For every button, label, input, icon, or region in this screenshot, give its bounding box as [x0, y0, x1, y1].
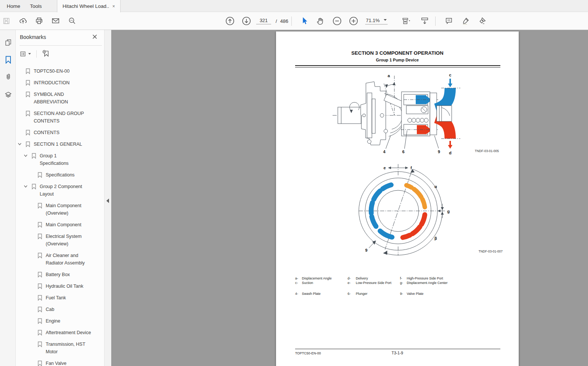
hand-tool-button[interactable] — [315, 15, 326, 27]
bookmark-item-label: Fuel Tank — [46, 294, 66, 302]
share-button[interactable] — [17, 15, 28, 27]
bookmark-item-label: Group 2 Component Layout — [40, 183, 87, 198]
tab-home[interactable]: Home — [1, 0, 25, 12]
envelope-icon — [51, 16, 60, 25]
paperclip-icon — [4, 73, 12, 81]
bookmark-item-label: SECTION AND GROUP CONTENTS — [34, 110, 96, 125]
legend-label: Delivery — [356, 276, 368, 280]
layers-button[interactable] — [4, 90, 13, 99]
bookmark-icon — [37, 222, 42, 228]
zoom-level-dropdown[interactable]: 71.1% — [365, 17, 388, 24]
zoom-in-button[interactable] — [348, 15, 359, 27]
bookmark-options-button[interactable] — [19, 51, 31, 57]
page-up-icon — [225, 16, 235, 26]
legend-label: Low-Pressure Side Port — [356, 281, 391, 285]
scroll-mode-button[interactable] — [419, 15, 430, 27]
next-page-button[interactable] — [241, 15, 252, 27]
bookmark-item[interactable]: Hydraulic Oil Tank — [16, 280, 96, 292]
bookmark-item[interactable]: Battery Box — [16, 269, 96, 280]
bookmark-item-label: Fan Valve — [46, 360, 66, 366]
fill-sign-pen-icon — [478, 16, 487, 25]
bookmark-item-label: Group 1 Specifications — [40, 152, 87, 167]
pdf-footer-page-code: T3-1-9 — [276, 351, 519, 355]
bookmark-item[interactable]: Fuel Tank — [16, 292, 96, 303]
bookmark-icon — [37, 203, 42, 209]
legend-key: a- — [295, 276, 298, 280]
fig1-label-4: 4 — [383, 149, 386, 154]
highlighter-icon — [461, 16, 470, 25]
zoom-in-icon — [349, 16, 358, 26]
chevron-down-icon[interactable] — [24, 154, 28, 158]
fill-sign-button[interactable] — [476, 15, 488, 27]
bookmark-item[interactable]: Transmission, HST Motor — [16, 338, 96, 357]
navigation-rail — [0, 30, 16, 366]
bookmark-icon — [25, 111, 30, 117]
bookmark-item[interactable]: Group 1 Specifications — [16, 150, 96, 169]
tab-close-icon[interactable]: × — [112, 4, 115, 9]
bookmark-item-label: Specifications — [46, 171, 75, 179]
bookmark-item[interactable]: SYMBOL AND ABBREVIATION — [16, 88, 96, 108]
bookmark-item[interactable]: CONTENTS — [16, 127, 96, 138]
chevron-down-icon — [384, 19, 387, 21]
comment-button[interactable] — [443, 15, 454, 27]
collapse-panel-arrow-icon[interactable] — [106, 199, 109, 203]
find-button[interactable] — [66, 15, 78, 27]
search-icon — [68, 16, 76, 25]
document-tab-title: Hitachi Wheel Load... — [63, 3, 109, 9]
panel-divider — [19, 45, 102, 46]
new-bookmark-button[interactable] — [42, 49, 50, 59]
bookmark-item[interactable]: Cab — [16, 303, 96, 315]
email-button[interactable] — [50, 15, 61, 27]
pointer-icon — [300, 16, 309, 25]
tab-tools[interactable]: Tools — [25, 0, 47, 12]
select-tool-button[interactable] — [299, 15, 310, 27]
close-icon — [92, 34, 97, 39]
bookmark-icon — [31, 153, 36, 159]
bookmark-icon — [25, 68, 30, 74]
bookmark-item[interactable]: Engine — [16, 315, 96, 327]
legend-row: 4-Swash Plate6-Plunger9-Valve Plate — [295, 292, 500, 296]
bookmark-item[interactable]: Fan Valve — [16, 357, 96, 366]
bookmark-item-label: Air Cleaner and Radiator Assembly — [46, 252, 96, 267]
pdf-rule — [295, 65, 500, 66]
highlight-button[interactable] — [460, 15, 471, 27]
pdf-section-title: SECTION 3 COMPONENT OPERATION — [276, 50, 519, 56]
bookmark-item[interactable]: INTRODUCTION — [16, 77, 96, 88]
page-divider: / — [276, 18, 277, 24]
hand-icon — [316, 16, 325, 25]
previous-page-button[interactable] — [224, 15, 236, 27]
pump-cross-section-figure: a — [330, 71, 509, 159]
bookmark-item[interactable]: Main Component (Overview) — [16, 200, 96, 219]
bookmark-item[interactable]: Specifications — [16, 169, 96, 181]
page-thumbnails-button[interactable] — [4, 38, 13, 47]
bookmark-icon — [25, 141, 30, 147]
bookmark-item-label: Electrical System (Overview) — [46, 233, 96, 248]
bookmarks-panel-button[interactable] — [4, 55, 13, 64]
page-number-input[interactable]: 321 — [256, 18, 271, 24]
zoom-level-value: 71.1% — [366, 17, 380, 23]
zoom-out-button[interactable] — [331, 15, 343, 27]
bookmark-item[interactable]: Main Component — [16, 219, 96, 230]
bookmark-item[interactable]: Aftertreatment Device — [16, 327, 96, 338]
document-canvas[interactable]: SECTION 3 COMPONENT OPERATION Group 1 Pu… — [111, 30, 588, 366]
bookmark-item-label: Cab — [46, 306, 54, 313]
save-button[interactable] — [1, 15, 12, 27]
bookmark-item[interactable]: SECTION 1 GENERAL — [16, 138, 96, 150]
chevron-down-icon[interactable] — [24, 184, 28, 188]
fit-width-button[interactable] — [398, 15, 414, 27]
chevron-down-icon[interactable] — [18, 142, 22, 146]
bookmark-item[interactable]: Electrical System (Overview) — [16, 230, 96, 249]
bookmarks-close-button[interactable] — [92, 34, 98, 40]
tab-document[interactable]: Hitachi Wheel Load... × — [57, 0, 121, 12]
legend-key: e- — [348, 281, 351, 285]
print-button[interactable] — [33, 15, 45, 27]
bookmark-item[interactable]: SECTION AND GROUP CONTENTS — [16, 108, 96, 127]
bookmark-item[interactable]: Air Cleaner and Radiator Assembly — [16, 249, 96, 269]
zoom-out-icon — [332, 16, 342, 26]
bookmark-item[interactable]: Group 2 Component Layout — [16, 181, 96, 200]
pdf-page: SECTION 3 COMPONENT OPERATION Group 1 Pu… — [276, 31, 519, 366]
attachments-button[interactable] — [4, 72, 13, 81]
bookmark-item[interactable]: TOPTC50-EN-00 — [16, 65, 96, 77]
legend-key: f- — [400, 276, 402, 280]
bookmark-icon — [37, 360, 42, 366]
